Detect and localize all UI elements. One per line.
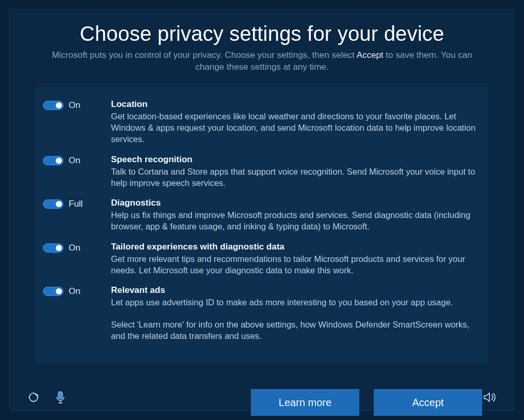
option-diagnostics-desc: Help us fix things and improve Microsoft… [111, 209, 477, 232]
header: Choose privacy settings for your device … [10, 10, 514, 80]
cortana-mic-icon[interactable] [55, 391, 66, 404]
option-tailored: On Tailored experiences with diagnostic … [43, 239, 481, 283]
volume-icon[interactable] [483, 392, 497, 403]
option-diagnostics: Full Diagnostics Help us fix things and … [43, 195, 481, 239]
page-title: Choose privacy settings for your device [41, 22, 483, 45]
toggle-ads-state: On [69, 286, 81, 297]
option-tailored-title: Tailored experiences with diagnostic dat… [111, 242, 477, 252]
toggle-speech-state: On [69, 155, 81, 166]
toggle-diagnostics[interactable] [43, 199, 63, 209]
oobe-privacy-frame: Choose privacy settings for your device … [9, 9, 515, 411]
toggle-diagnostics-state: Full [69, 199, 83, 209]
option-ads: On Relevant ads Let apps use advertising… [43, 282, 481, 348]
toggle-location[interactable] [43, 101, 63, 110]
toggle-tailored[interactable] [43, 243, 63, 253]
option-location: On Location Get location-based experienc… [43, 96, 481, 151]
option-location-title: Location [111, 99, 477, 110]
toggle-speech[interactable] [43, 156, 63, 165]
button-row: Learn more Accept [10, 363, 514, 416]
option-speech-desc: Talk to Cortana and Store apps that supp… [111, 166, 477, 189]
page-subtitle: Microsoft puts you in control of your pr… [41, 50, 483, 73]
option-location-desc: Get location-based experiences like loca… [111, 111, 477, 145]
option-speech: On Speech recognition Talk to Cortana an… [43, 151, 481, 195]
settings-panel: On Location Get location-based experienc… [36, 87, 488, 363]
bottom-tray [27, 391, 497, 404]
subtitle-accept-word: Accept [357, 50, 384, 60]
option-ads-desc: Let apps use advertising ID to make ads … [111, 297, 477, 308]
option-speech-title: Speech recognition [111, 154, 477, 165]
toggle-location-state: On [69, 100, 81, 111]
option-diagnostics-title: Diagnostics [111, 198, 477, 208]
option-ads-title: Relevant ads [111, 285, 477, 295]
toggle-ads[interactable] [43, 287, 63, 296]
svg-rect-1 [58, 392, 62, 399]
option-tailored-desc: Get more relevant tips and recommendatio… [111, 253, 477, 276]
svg-point-0 [29, 393, 38, 401]
toggle-tailored-state: On [69, 243, 81, 253]
subtitle-pre: Microsoft puts you in control of your pr… [52, 50, 356, 60]
ease-of-access-icon[interactable] [27, 391, 40, 403]
settings-footnote: Select 'Learn more' for info on the abov… [111, 308, 477, 342]
